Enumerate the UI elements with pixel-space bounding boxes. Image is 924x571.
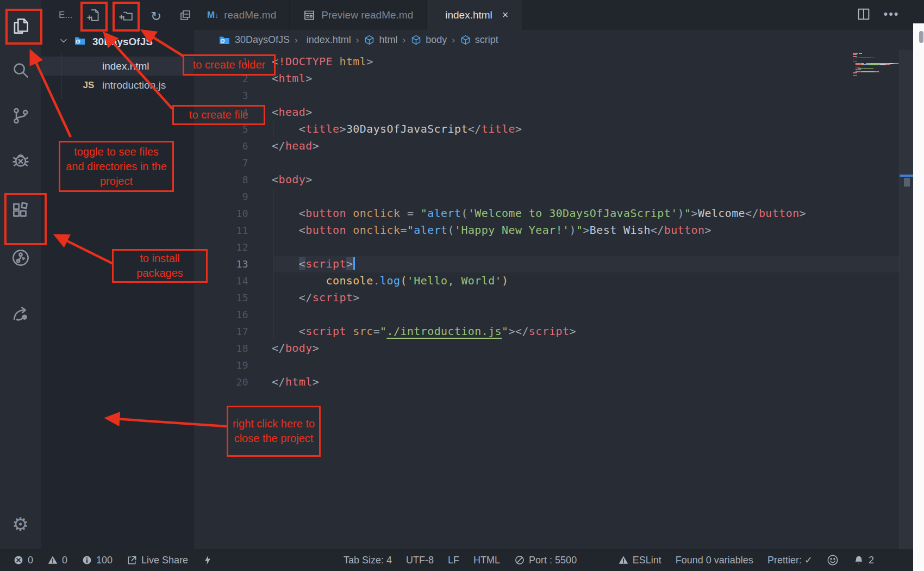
status-feedback[interactable] xyxy=(827,554,839,566)
breadcrumb-item-body[interactable]: body xyxy=(410,34,447,46)
files-icon xyxy=(10,16,31,39)
warning-icon xyxy=(47,555,58,566)
status-encoding[interactable]: UTF-8 xyxy=(406,555,434,566)
editor-group: M↓readMe.mdPreview readMe.mdindex.html× … xyxy=(194,0,913,549)
code-text: <title>30DaysOfJavaScript</title> xyxy=(272,121,522,138)
status-label: 0 xyxy=(28,555,33,566)
status-infos[interactable]: 100 xyxy=(82,555,113,566)
code-text: </body> xyxy=(272,340,319,357)
breadcrumb-item-index.html[interactable]: index.html xyxy=(303,34,351,46)
line-number: 12 xyxy=(224,239,248,256)
status-tab-size[interactable]: Tab Size: 4 xyxy=(344,555,392,566)
collapse-all-button[interactable] xyxy=(174,5,196,27)
status-notifications[interactable]: 2 xyxy=(853,554,874,566)
activity-item-explorer[interactable] xyxy=(0,15,41,39)
activity-item-settings[interactable]: ⚙ xyxy=(0,512,41,536)
new-folder-button[interactable] xyxy=(115,5,137,27)
breadcrumb-label: html xyxy=(379,34,397,46)
refresh-button[interactable]: ↻ xyxy=(145,5,167,27)
tab-Preview readMe.md[interactable]: Preview readMe.md xyxy=(290,0,427,30)
breadcrumb-item-html[interactable]: html xyxy=(364,34,397,46)
file-item-introduction.js[interactable]: JSintroduction.js xyxy=(41,76,194,95)
file-label: index.html xyxy=(102,60,149,72)
activity-item-live-share[interactable] xyxy=(0,302,41,326)
status-eol[interactable]: LF xyxy=(448,555,459,566)
status-label: Port : 5500 xyxy=(529,555,577,566)
code-line-6: 6</head> xyxy=(194,138,913,154)
status-variables[interactable]: Found 0 variables xyxy=(676,555,753,566)
breadcrumb-item-30DaysOfJS[interactable]: 30DaysOfJS xyxy=(218,34,290,47)
status-live-share[interactable]: Live Share xyxy=(127,555,188,566)
code-editor[interactable]: 1<!DOCTYPE html>2<html>34<head>5 <title>… xyxy=(194,50,913,549)
chevron-down-icon[interactable] xyxy=(58,35,69,49)
preview-icon xyxy=(303,9,316,22)
tab-label: index.html xyxy=(445,9,492,21)
editor-scrollbar[interactable] xyxy=(900,50,914,549)
activity-item-run-debug[interactable] xyxy=(0,150,41,173)
line-number: 20 xyxy=(224,374,248,390)
scrollbar-thumb[interactable] xyxy=(904,178,910,187)
line-number: 14 xyxy=(224,272,248,289)
line-number: 1 xyxy=(224,53,248,70)
code-text: </script> xyxy=(272,289,360,306)
line-number: 8 xyxy=(224,171,248,188)
breadcrumb-label: 30DaysOfJS xyxy=(235,34,290,46)
search-icon xyxy=(10,60,31,83)
line-number: 9 xyxy=(224,188,248,205)
status-label: Live Share xyxy=(141,555,188,566)
smiley-icon xyxy=(827,554,839,566)
status-port[interactable]: Port : 5500 xyxy=(514,555,577,566)
project-root-row[interactable]: 30DaysOfJS xyxy=(41,33,194,51)
breadcrumb-item-script[interactable]: script xyxy=(460,34,498,46)
status-bar: 00100Live Share Tab Size: 4UTF-8LFHTMLPo… xyxy=(0,549,913,571)
code-text: <body> xyxy=(272,171,313,188)
folder-icon xyxy=(73,34,86,50)
more-actions-button[interactable]: ••• xyxy=(883,7,900,24)
line-number: 7 xyxy=(224,154,248,171)
status-errors[interactable]: 0 xyxy=(13,555,33,566)
window-corner xyxy=(913,0,924,23)
warning-icon xyxy=(618,555,629,566)
activity-item-search[interactable] xyxy=(0,59,41,83)
code-text: <button onclick = "alert('Welcome to 30D… xyxy=(272,205,806,222)
vscode-window: ⚙ E... ↻ 30DaysOfJS index.htmlJSintroduc… xyxy=(0,0,924,571)
new-file-icon xyxy=(87,8,101,24)
code-text: console.log('Hello, World') xyxy=(272,272,509,289)
code-line-9: 9 xyxy=(194,188,913,205)
activity-item-extensions[interactable] xyxy=(0,200,41,224)
line-number: 13 xyxy=(224,256,248,272)
tab-bar: M↓readMe.mdPreview readMe.mdindex.html× xyxy=(194,0,913,30)
file-item-index.html[interactable]: index.html xyxy=(41,57,194,76)
breadcrumb-label: index.html xyxy=(307,34,351,46)
explorer-title: E... xyxy=(59,10,73,21)
bell-icon xyxy=(853,554,865,566)
markdown-icon: M↓ xyxy=(207,10,218,21)
status-label: Prettier: ✓ xyxy=(767,554,813,566)
line-number: 19 xyxy=(224,357,248,374)
activity-item-source-control[interactable] xyxy=(0,105,41,129)
activity-bar: ⚙ xyxy=(0,0,41,549)
status-label: 100 xyxy=(96,555,113,566)
status-warnings[interactable]: 0 xyxy=(47,555,67,566)
code-text: <head> xyxy=(272,104,313,121)
code-line-12: 12 xyxy=(194,239,913,256)
activity-item-remote-fork[interactable] xyxy=(0,247,41,271)
minimap-line xyxy=(853,75,900,76)
tab-index.html[interactable]: index.html× xyxy=(427,0,522,30)
tab-readMe.md[interactable]: M↓readMe.md xyxy=(194,0,290,30)
split-editor-button[interactable] xyxy=(855,7,872,24)
status-prettier[interactable]: Prettier: ✓ xyxy=(767,554,813,566)
minimap[interactable] xyxy=(853,53,900,76)
status-center: Tab Size: 4UTF-8LFHTMLPort : 5500 xyxy=(344,549,577,571)
new-file-button[interactable] xyxy=(83,5,105,27)
status-quick-action[interactable] xyxy=(202,555,213,566)
refresh-icon: ↻ xyxy=(151,10,161,23)
status-language[interactable]: HTML xyxy=(473,555,500,566)
line-number: 4 xyxy=(224,104,248,121)
debug-icon xyxy=(10,150,31,173)
code-text: </head> xyxy=(272,138,319,154)
status-label: ESLint xyxy=(633,555,661,566)
status-eslint[interactable]: ESLint xyxy=(618,555,661,566)
close-icon[interactable]: × xyxy=(502,9,509,21)
code-text: <script src="./introduction.js"></script… xyxy=(272,323,576,340)
